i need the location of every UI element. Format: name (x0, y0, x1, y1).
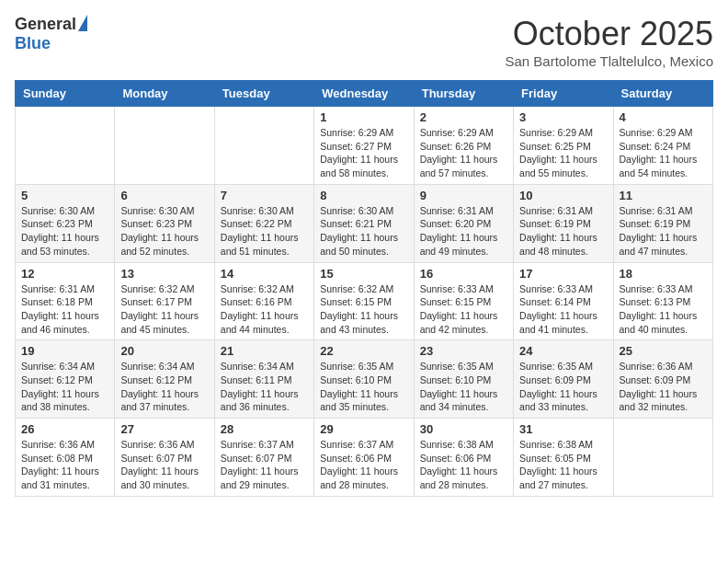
day-number: 28 (221, 422, 308, 436)
calendar-header: SundayMondayTuesdayWednesdayThursdayFrid… (16, 81, 713, 107)
day-number: 23 (420, 344, 507, 358)
calendar-day-cell: 16Sunrise: 6:33 AM Sunset: 6:15 PM Dayli… (414, 262, 513, 340)
day-number: 8 (320, 189, 407, 202)
day-number: 1 (320, 110, 407, 124)
logo-blue-text: Blue (15, 34, 51, 53)
calendar-day-cell: 3Sunrise: 6:29 AM Sunset: 6:25 PM Daylig… (514, 107, 613, 185)
day-info: Sunrise: 6:30 AM Sunset: 6:23 PM Dayligh… (21, 204, 108, 259)
day-number: 27 (120, 422, 208, 436)
weekday-header-thursday: Thursday (414, 81, 513, 107)
day-number: 4 (620, 110, 707, 124)
weekday-header-friday: Friday (514, 81, 613, 107)
day-number: 7 (221, 189, 308, 202)
day-info: Sunrise: 6:31 AM Sunset: 6:18 PM Dayligh… (21, 282, 108, 337)
weekday-header-wednesday: Wednesday (314, 81, 414, 107)
calendar-day-cell: 7Sunrise: 6:30 AM Sunset: 6:22 PM Daylig… (214, 184, 313, 262)
day-number: 16 (420, 267, 507, 281)
day-number: 12 (21, 267, 108, 281)
day-number: 25 (620, 344, 707, 358)
logo: General Blue (15, 15, 87, 53)
day-info: Sunrise: 6:29 AM Sunset: 6:24 PM Dayligh… (620, 126, 707, 180)
weekday-header-sunday: Sunday (16, 81, 115, 107)
day-info: Sunrise: 6:29 AM Sunset: 6:25 PM Dayligh… (519, 126, 607, 180)
day-info: Sunrise: 6:30 AM Sunset: 6:22 PM Dayligh… (221, 204, 308, 259)
calendar-body: 1Sunrise: 6:29 AM Sunset: 6:27 PM Daylig… (16, 107, 713, 497)
day-number: 11 (620, 189, 707, 202)
calendar-day-cell: 20Sunrise: 6:34 AM Sunset: 6:12 PM Dayli… (115, 340, 214, 419)
day-info: Sunrise: 6:38 AM Sunset: 6:05 PM Dayligh… (519, 438, 607, 492)
day-info: Sunrise: 6:34 AM Sunset: 6:12 PM Dayligh… (120, 360, 208, 414)
calendar-day-cell: 10Sunrise: 6:31 AM Sunset: 6:19 PM Dayli… (514, 184, 613, 262)
weekday-header-monday: Monday (115, 81, 214, 107)
day-info: Sunrise: 6:29 AM Sunset: 6:26 PM Dayligh… (420, 126, 507, 180)
calendar-day-cell: 29Sunrise: 6:37 AM Sunset: 6:06 PM Dayli… (314, 419, 414, 497)
calendar-day-cell: 23Sunrise: 6:35 AM Sunset: 6:10 PM Dayli… (414, 340, 513, 419)
day-info: Sunrise: 6:37 AM Sunset: 6:07 PM Dayligh… (221, 438, 308, 492)
calendar-day-cell (16, 107, 115, 185)
title-block: October 2025 San Bartolome Tlaltelulco, … (506, 15, 714, 69)
day-info: Sunrise: 6:34 AM Sunset: 6:12 PM Dayligh… (21, 360, 108, 414)
weekday-header-row: SundayMondayTuesdayWednesdayThursdayFrid… (16, 81, 713, 107)
calendar-day-cell: 25Sunrise: 6:36 AM Sunset: 6:09 PM Dayli… (613, 340, 712, 419)
day-number: 30 (420, 422, 507, 436)
day-number: 5 (21, 189, 108, 202)
calendar-day-cell: 31Sunrise: 6:38 AM Sunset: 6:05 PM Dayli… (514, 419, 613, 497)
calendar-day-cell: 17Sunrise: 6:33 AM Sunset: 6:14 PM Dayli… (514, 262, 613, 340)
day-number: 26 (21, 422, 108, 436)
day-info: Sunrise: 6:31 AM Sunset: 6:19 PM Dayligh… (620, 204, 707, 259)
calendar-day-cell: 11Sunrise: 6:31 AM Sunset: 6:19 PM Dayli… (613, 184, 712, 262)
day-info: Sunrise: 6:36 AM Sunset: 6:09 PM Dayligh… (620, 360, 707, 414)
day-info: Sunrise: 6:31 AM Sunset: 6:19 PM Dayligh… (519, 204, 607, 259)
calendar-week-row: 12Sunrise: 6:31 AM Sunset: 6:18 PM Dayli… (16, 262, 713, 340)
day-info: Sunrise: 6:32 AM Sunset: 6:17 PM Dayligh… (120, 282, 208, 337)
calendar-table: SundayMondayTuesdayWednesdayThursdayFrid… (15, 80, 713, 497)
calendar-day-cell: 15Sunrise: 6:32 AM Sunset: 6:15 PM Dayli… (314, 262, 414, 340)
day-number: 15 (320, 267, 407, 281)
calendar-day-cell: 28Sunrise: 6:37 AM Sunset: 6:07 PM Dayli… (214, 419, 313, 497)
day-number: 9 (420, 189, 507, 202)
calendar-day-cell (613, 419, 712, 497)
day-info: Sunrise: 6:36 AM Sunset: 6:08 PM Dayligh… (21, 438, 108, 492)
calendar-day-cell: 1Sunrise: 6:29 AM Sunset: 6:27 PM Daylig… (314, 107, 414, 185)
day-info: Sunrise: 6:33 AM Sunset: 6:13 PM Dayligh… (620, 282, 707, 337)
day-number: 6 (120, 189, 208, 202)
calendar-day-cell: 9Sunrise: 6:31 AM Sunset: 6:20 PM Daylig… (414, 184, 513, 262)
calendar-day-cell: 13Sunrise: 6:32 AM Sunset: 6:17 PM Dayli… (115, 262, 214, 340)
calendar-day-cell (214, 107, 313, 185)
day-number: 19 (21, 344, 108, 358)
logo-general-text: General (15, 15, 76, 34)
calendar-week-row: 26Sunrise: 6:36 AM Sunset: 6:08 PM Dayli… (16, 419, 713, 497)
day-info: Sunrise: 6:32 AM Sunset: 6:15 PM Dayligh… (320, 282, 407, 337)
weekday-header-saturday: Saturday (613, 81, 712, 107)
calendar-week-row: 1Sunrise: 6:29 AM Sunset: 6:27 PM Daylig… (16, 107, 713, 185)
calendar-day-cell: 26Sunrise: 6:36 AM Sunset: 6:08 PM Dayli… (16, 419, 115, 497)
day-number: 18 (620, 267, 707, 281)
weekday-header-tuesday: Tuesday (214, 81, 313, 107)
day-number: 21 (221, 344, 308, 358)
calendar-day-cell: 21Sunrise: 6:34 AM Sunset: 6:11 PM Dayli… (214, 340, 313, 419)
location-subtitle: San Bartolome Tlaltelulco, Mexico (506, 53, 714, 69)
calendar-day-cell: 5Sunrise: 6:30 AM Sunset: 6:23 PM Daylig… (16, 184, 115, 262)
day-info: Sunrise: 6:32 AM Sunset: 6:16 PM Dayligh… (221, 282, 308, 337)
calendar-day-cell: 4Sunrise: 6:29 AM Sunset: 6:24 PM Daylig… (613, 107, 712, 185)
day-info: Sunrise: 6:29 AM Sunset: 6:27 PM Dayligh… (320, 126, 407, 180)
day-number: 20 (120, 344, 208, 358)
day-number: 31 (519, 422, 607, 436)
day-info: Sunrise: 6:33 AM Sunset: 6:15 PM Dayligh… (420, 282, 507, 337)
calendar-day-cell: 19Sunrise: 6:34 AM Sunset: 6:12 PM Dayli… (16, 340, 115, 419)
logo-triangle-icon (78, 15, 87, 31)
calendar-day-cell: 24Sunrise: 6:35 AM Sunset: 6:09 PM Dayli… (514, 340, 613, 419)
calendar-day-cell: 2Sunrise: 6:29 AM Sunset: 6:26 PM Daylig… (414, 107, 513, 185)
day-info: Sunrise: 6:36 AM Sunset: 6:07 PM Dayligh… (120, 438, 208, 492)
calendar-day-cell: 6Sunrise: 6:30 AM Sunset: 6:23 PM Daylig… (115, 184, 214, 262)
calendar-day-cell: 12Sunrise: 6:31 AM Sunset: 6:18 PM Dayli… (16, 262, 115, 340)
day-info: Sunrise: 6:30 AM Sunset: 6:23 PM Dayligh… (120, 204, 208, 259)
day-info: Sunrise: 6:35 AM Sunset: 6:09 PM Dayligh… (519, 360, 607, 414)
page-header: General Blue October 2025 San Bartolome … (15, 15, 713, 69)
month-title: October 2025 (506, 15, 714, 53)
calendar-day-cell: 8Sunrise: 6:30 AM Sunset: 6:21 PM Daylig… (314, 184, 414, 262)
calendar-day-cell: 30Sunrise: 6:38 AM Sunset: 6:06 PM Dayli… (414, 419, 513, 497)
calendar-day-cell: 18Sunrise: 6:33 AM Sunset: 6:13 PM Dayli… (613, 262, 712, 340)
day-info: Sunrise: 6:33 AM Sunset: 6:14 PM Dayligh… (519, 282, 607, 337)
calendar-day-cell (115, 107, 214, 185)
